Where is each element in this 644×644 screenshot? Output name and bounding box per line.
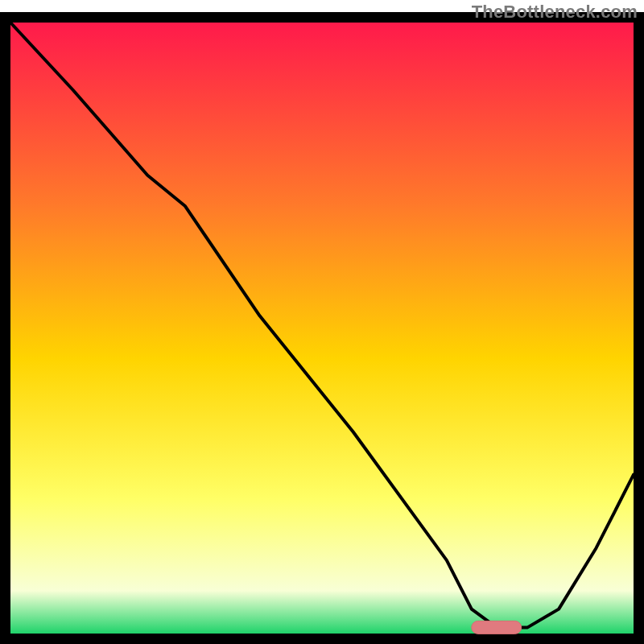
chart-svg [0, 0, 644, 644]
bottleneck-chart: TheBottleneck.com [0, 0, 644, 644]
watermark-label: TheBottleneck.com [472, 2, 638, 23]
optimal-range-marker [472, 621, 522, 634]
chart-background [10, 23, 634, 634]
